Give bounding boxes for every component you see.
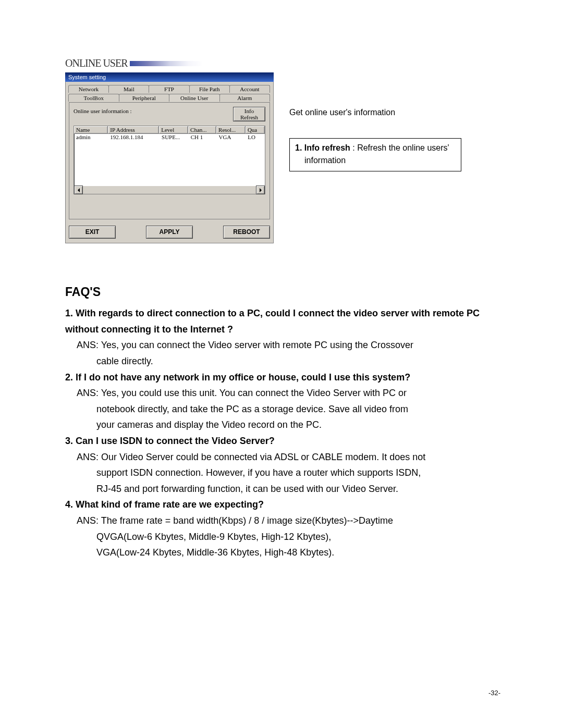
- faq-a2a: ANS: Yes, you could use this unit. You c…: [65, 385, 506, 401]
- scroll-right-button[interactable]: [256, 186, 265, 194]
- system-setting-dialog: System setting Network Mail FTP File Pat…: [65, 72, 274, 243]
- info-refresh-button[interactable]: Info Refresh: [233, 107, 265, 121]
- tab-file-path[interactable]: File Path: [189, 85, 230, 93]
- cell-resol: VGA: [217, 134, 246, 140]
- section-title: ONLINE USER: [65, 57, 128, 69]
- faq-title: FAQ'S: [65, 285, 506, 299]
- faq-a1a: ANS: Yes, you can connect the Video serv…: [65, 337, 506, 353]
- faq-q2: 2. If I do not have any network in my of…: [65, 369, 506, 386]
- col-ip[interactable]: IP Address: [108, 126, 159, 133]
- horizontal-scrollbar[interactable]: [74, 186, 265, 194]
- tab-online-user[interactable]: Online User: [169, 94, 220, 102]
- col-qua[interactable]: Qua: [246, 126, 265, 133]
- tab-toolbox[interactable]: ToolBox: [68, 94, 119, 102]
- section-header: ONLINE USER: [65, 57, 506, 69]
- tab-account[interactable]: Account: [229, 85, 270, 93]
- tab-ftp[interactable]: FTP: [149, 85, 189, 93]
- faq-a4a: ANS: The frame rate = band width(Kbps) /…: [65, 513, 506, 529]
- faq-a4b: QVGA(Low-6 Kbytes, Middle-9 Kbytes, High…: [65, 529, 506, 545]
- header-trail-decoration: [130, 61, 203, 66]
- apply-button[interactable]: APPLY: [146, 226, 193, 239]
- col-level[interactable]: Level: [159, 126, 188, 133]
- faq-q1: 1. With regards to direct connection to …: [65, 305, 506, 337]
- info-sep: :: [350, 143, 357, 152]
- faq-a2c: your cameras and display the Video recor…: [65, 417, 506, 433]
- reboot-button[interactable]: REBOOT: [223, 226, 270, 239]
- info-rest: Refresh the online users': [357, 143, 449, 152]
- tab-alarm[interactable]: Alarm: [219, 94, 271, 102]
- faq-body: 1. With regards to direct connection to …: [65, 305, 506, 561]
- cell-level: SUPE...: [160, 134, 189, 140]
- faq-q3: 3. Can I use ISDN to connect the Video S…: [65, 433, 506, 449]
- faq-a3a: ANS: Our Video Server could be connected…: [65, 449, 506, 465]
- col-chan[interactable]: Chan...: [188, 126, 216, 133]
- online-user-info-label: Online user information :: [74, 107, 132, 114]
- side-caption: Get online user's information: [289, 108, 461, 117]
- cell-qua: LO: [246, 134, 265, 140]
- cell-ip: 192.168.1.184: [108, 134, 160, 140]
- faq-a3b: support ISDN connection. However, if you…: [65, 465, 506, 481]
- faq-a2b: notebook directly, and take the PC as a …: [65, 401, 506, 417]
- cell-chan: CH 1: [189, 134, 217, 140]
- page-number: -32-: [488, 689, 500, 697]
- tab-mail[interactable]: Mail: [108, 85, 149, 93]
- cell-name: admin: [74, 134, 108, 140]
- info-line2: information: [295, 154, 456, 167]
- arrow-left-icon: [78, 188, 80, 192]
- faq-a1b: cable directly.: [65, 353, 506, 369]
- online-user-panel: Online user information : Info Refresh N…: [69, 102, 270, 219]
- table-row[interactable]: admin 192.168.1.184 SUPE... CH 1 VGA LO: [74, 134, 265, 140]
- arrow-right-icon: [260, 188, 262, 192]
- tab-network[interactable]: Network: [68, 85, 109, 93]
- col-resol[interactable]: Resol...: [216, 126, 246, 133]
- info-lead: 1. Info refresh: [295, 143, 350, 152]
- faq-a4c: VGA(Low-24 Kbytes, Middle-36 Kbytes, Hig…: [65, 545, 506, 561]
- dialog-tabs: Network Mail FTP File Path Account ToolB…: [69, 85, 270, 103]
- online-user-table: Name IP Address Level Chan... Resol... Q…: [74, 126, 265, 194]
- scroll-left-button[interactable]: [74, 186, 83, 194]
- tab-peripheral[interactable]: Peripheral: [119, 94, 170, 102]
- faq-a3c: RJ-45 and port forwarding function, it c…: [65, 481, 506, 497]
- faq-q4: 4. What kind of frame rate are we expect…: [65, 497, 506, 513]
- info-refresh-note: 1. Info refresh : Refresh the online use…: [289, 138, 461, 171]
- exit-button[interactable]: EXIT: [69, 226, 116, 239]
- col-name[interactable]: Name: [74, 126, 108, 133]
- dialog-titlebar: System setting: [65, 72, 274, 82]
